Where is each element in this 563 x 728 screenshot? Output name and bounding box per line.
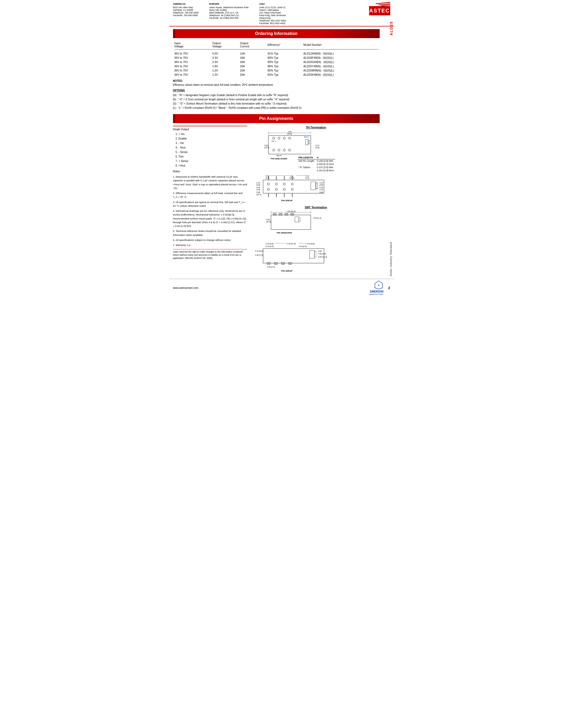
svg-text:[15.2]: [15.2]: [256, 194, 261, 196]
svg-rect-73: [299, 218, 301, 221]
th-title: TH Termination: [252, 126, 380, 129]
col-efficiency: Efficiency²: [266, 41, 302, 49]
svg-text:0.30: 0.30: [318, 250, 322, 252]
pin-left-col: Single Output 1. + Vin2. Enable3. - Vin4…: [173, 126, 247, 273]
svg-text:0.30 [7.6]: 0.30 [7.6]: [267, 266, 275, 268]
emerson-sub: Network Power: [369, 293, 383, 295]
options-section: OPTIONS (N) : "N" = designates Negatve L…: [173, 88, 380, 110]
svg-rect-67: [271, 215, 311, 230]
th-bottom-diagram: 0.10 [2.5] 1.10 [27.9] 0.10 [2.5]: [252, 173, 380, 203]
svg-text:0.15 [3.8]: 0.15 [3.8]: [266, 243, 273, 245]
svg-point-42: [267, 188, 269, 190]
americas-address: AMERICAS 5810 Van Allen Way Carlsbad, CA…: [173, 3, 199, 25]
svg-rect-49: [311, 182, 316, 190]
svg-text:Pin 8: Pin 8: [304, 136, 309, 138]
europe-address: EUROPE Astec House, Waterfront Business …: [209, 3, 248, 25]
svg-rect-87: [274, 262, 277, 264]
pin-item: 4. - Vout: [176, 145, 247, 150]
svg-text:PIN SDEDOWN: PIN SDEDOWN: [276, 232, 292, 234]
svg-text:0.19: 0.19: [316, 145, 319, 146]
option-item: (N) : "N" = designates Negatve Logic Ena…: [173, 93, 380, 97]
svg-point-46: [283, 188, 286, 190]
svg-text:[2.5]: [2.5]: [266, 177, 269, 179]
option6-val2: 0.152 [3.9] MAX: [316, 169, 335, 172]
svg-text:1.10 [27.9]: 1.10 [27.9]: [287, 243, 296, 245]
th-bottom-svg: 0.10 [2.5] 1.10 [27.9] 0.10 [2.5]: [252, 173, 337, 203]
smt-top-diagram: 1.30 [33.0]: [252, 210, 380, 240]
svg-rect-69: [279, 213, 282, 215]
svg-text:E: E: [378, 284, 380, 286]
svg-text:0.10: 0.10: [306, 175, 309, 177]
option-item: (L) : "L" = RoHS compliant (RoHS 6) / "B…: [173, 106, 380, 110]
svg-point-38: [283, 183, 286, 185]
emerson-logo: E EMERSON Network Power: [369, 280, 383, 295]
pin-item: 7. + Sense: [176, 159, 247, 163]
svg-text:0.30: 0.30: [266, 219, 270, 221]
smt-bottom-diagram: 0.15 [3.8] 1.10 [27.9] 0.15 [3.8] 0.10 […: [252, 241, 380, 273]
ordering-notes: NOTES: Efficiency values taken at nomina…: [173, 79, 380, 87]
svg-text:1.30: 1.30: [288, 131, 292, 133]
note-item: 1. Measured at 20MHz bandwidth with exte…: [173, 175, 247, 190]
ordering-table: InputVoltage OutputVoltage OutputCurrent…: [173, 41, 380, 77]
americas-title: AMERICAS: [173, 3, 199, 5]
smt-top-svg: 1.30 [33.0]: [252, 210, 337, 239]
asia-address: ASIA Units 2111-2116, Level 21 Tower1, M…: [259, 3, 286, 25]
svg-point-44: [275, 188, 277, 190]
pin-item: 2. Enable: [176, 136, 247, 141]
svg-text:PIN SDIE DOWN: PIN SDIE DOWN: [271, 158, 287, 160]
note-item: 3. All specifications are typical at nom…: [173, 200, 247, 208]
note-item: 2. Efficiency measurements taken at full…: [173, 191, 247, 199]
pin-assignments-section: Pin Assignments Single Output 1. + Vin2.…: [173, 114, 380, 273]
americas-text: 5810 Van Allen Way Carlsbad, CA 92008 Te…: [173, 6, 199, 17]
th-top-svg: 1.30 [33.0] Pin 1: [252, 130, 337, 165]
svg-text:0.04 [1.4]: 0.04 [1.4]: [314, 217, 321, 219]
svg-text:0.60 [15.2]: 0.60 [15.2]: [318, 256, 327, 258]
svg-point-7: [278, 137, 280, 139]
col-input-voltage: InputVoltage: [173, 41, 211, 49]
pin-item: 3. - Vin: [176, 141, 247, 145]
astec-logo: ASTEC: [369, 3, 390, 15]
ordering-header: Ordering Information: [173, 29, 380, 38]
astec-logo-text: ASTEC: [369, 8, 390, 14]
svg-text:[7.6]: [7.6]: [256, 189, 260, 191]
svg-point-9: [289, 137, 291, 139]
svg-point-40: [291, 183, 293, 185]
svg-rect-68: [273, 213, 276, 215]
svg-text:See A: See A: [276, 155, 282, 156]
note-item: 4. Mechanical drawings are for reference…: [173, 209, 247, 228]
pin-item: 5. - Sense: [176, 150, 247, 154]
svg-text:0.10: 0.10: [266, 175, 269, 177]
footer-website: www.astecpower.com: [173, 286, 198, 289]
svg-text:0.15 [3.8]: 0.15 [3.8]: [255, 250, 263, 252]
svg-text:0.30 [7.6]: 0.30 [7.6]: [255, 254, 263, 256]
svg-point-12: [278, 149, 280, 151]
svg-text:0.15: 0.15: [320, 182, 323, 184]
col-model-number: Model Number: [302, 41, 380, 49]
pin-notes-list: 1. Measured at 20MHz bandwidth with exte…: [173, 175, 247, 247]
col-output-current: OutputCurrent: [239, 41, 266, 49]
svg-point-48: [291, 188, 293, 190]
single-output-title: Single Output: [173, 128, 247, 131]
footer-right: E EMERSON Network Power 2: [369, 280, 390, 295]
svg-text:0.60: 0.60: [256, 191, 260, 193]
pin-item: 8. +Vout: [176, 163, 247, 168]
svg-point-14: [289, 149, 291, 151]
svg-text:[33.0]: [33.0]: [287, 133, 292, 135]
notes-header: Notes:: [173, 170, 247, 173]
pin-section-body: Single Output 1. + Vin2. Enable3. - Vin4…: [173, 126, 380, 273]
svg-point-8: [283, 137, 286, 139]
svg-rect-71: [291, 213, 294, 215]
svg-rect-89: [289, 262, 292, 264]
option6-label: "-6" Option:: [298, 166, 316, 169]
smt-bottom-svg: 0.15 [3.8] 1.10 [27.9] 0.15 [3.8] 0.10 […: [252, 241, 337, 273]
table-row: 36V to 75V2.5V20A89% TypALD20G48(N) - (6…: [173, 60, 380, 64]
svg-text:0.60: 0.60: [320, 191, 323, 193]
options-title: OPTIONS: [173, 88, 380, 93]
svg-point-34: [267, 183, 269, 185]
th-top-diagram: 1.30 [33.0] Pin 1: [252, 130, 380, 165]
header-addresses: AMERICAS 5810 Van Allen Way Carlsbad, CA…: [173, 3, 286, 25]
table-row: 36V to 75V1.5V25A85% TypALD25M48(N) - (6…: [173, 68, 380, 73]
svg-text:[3.8]: [3.8]: [256, 184, 260, 186]
pin-item: 1. + Vin: [176, 132, 247, 136]
europe-text: Astec House, Waterfront Business Park Me…: [209, 6, 248, 19]
